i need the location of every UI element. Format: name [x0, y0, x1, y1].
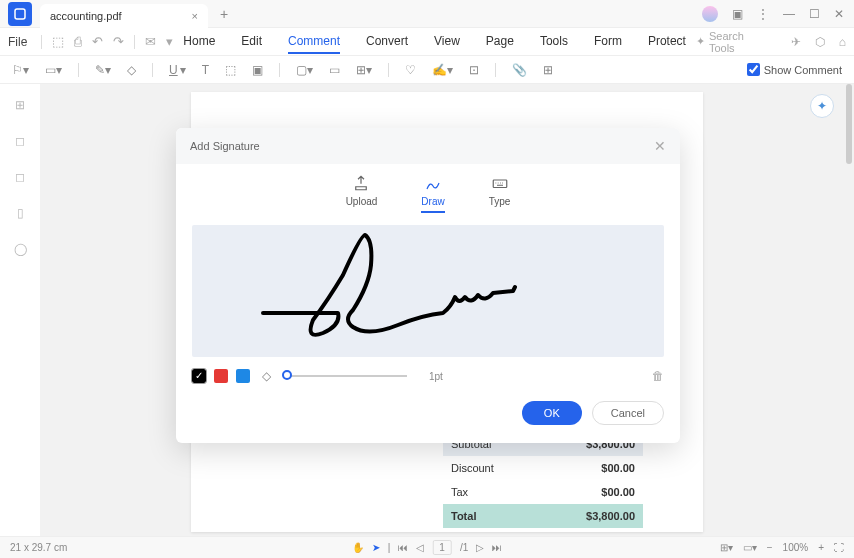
signature-canvas[interactable] — [192, 225, 664, 357]
close-tab-icon[interactable]: × — [192, 10, 198, 22]
statusbar: 21 x 29.7 cm ✋ ➤ | ⏮ ◁ 1 /1 ▷ ⏭ ⊞▾ ▭▾ − … — [0, 536, 854, 558]
stamp2-tool[interactable]: ⊡ — [469, 63, 479, 77]
menu-convert[interactable]: Convert — [366, 30, 408, 54]
show-comment-label: Show Comment — [764, 64, 842, 76]
show-comment-toggle[interactable]: Show Comment — [747, 63, 842, 76]
layout-icon[interactable]: ▭▾ — [743, 542, 757, 553]
print-icon[interactable]: ⎙ — [74, 34, 82, 49]
notification-icon[interactable]: ▣ — [732, 7, 743, 21]
menubar: File ⬚ ⎙ ↶ ↷ ✉ ▾ Home Edit Comment Conve… — [0, 28, 854, 56]
area-tool[interactable]: ▣ — [252, 63, 263, 77]
comment-toolbar: ⚐▾ ▭▾ ✎▾ ◇ U▾ T ⬚ ▣ ▢▾ ▭ ⊞▾ ♡ ✍▾ ⊡ 📎 ⊞ S… — [0, 56, 854, 84]
eraser-tool[interactable]: ◇ — [127, 63, 136, 77]
cloud-icon[interactable]: ⬡ — [815, 35, 825, 49]
total-value: $3,800.00 — [586, 510, 635, 522]
slider-thumb[interactable] — [282, 370, 292, 380]
discount-label: Discount — [451, 462, 494, 474]
table-row: Tax $00.00 — [443, 480, 643, 504]
signature-tool[interactable]: ✍▾ — [432, 63, 453, 77]
color-red[interactable] — [214, 369, 228, 383]
maximize-icon[interactable]: ☐ — [809, 7, 820, 21]
menu-edit[interactable]: Edit — [241, 30, 262, 54]
highlight-tool[interactable]: ▭▾ — [45, 63, 62, 77]
fullscreen-icon[interactable]: ⛶ — [834, 542, 844, 553]
zoom-in-icon[interactable]: + — [818, 542, 824, 553]
total-label: Total — [451, 510, 476, 522]
add-signature-modal: Add Signature ✕ Upload Draw Type ◇ 1pt 🗑 — [176, 128, 680, 443]
eraser-icon[interactable]: ◇ — [262, 369, 271, 383]
callout-tool[interactable]: ▭ — [329, 63, 340, 77]
invoice-table: Subtotal $3,800.00 Discount $00.00 Tax $… — [443, 432, 643, 528]
add-tab-icon[interactable]: + — [220, 6, 228, 22]
send-icon[interactable]: ✈ — [791, 35, 801, 49]
dropdown-icon[interactable]: ▾ — [166, 34, 173, 49]
fit-width-icon[interactable]: ⊞▾ — [720, 542, 733, 553]
zoom-out-icon[interactable]: − — [767, 542, 773, 553]
app-icon — [8, 2, 32, 26]
save-icon[interactable]: ⬚ — [52, 34, 64, 49]
tab-upload[interactable]: Upload — [346, 174, 378, 213]
undo-icon[interactable]: ↶ — [92, 34, 103, 49]
prev-page-icon[interactable]: ◁ — [416, 542, 424, 553]
search-icon[interactable]: ◯ — [14, 242, 27, 256]
underline-tool[interactable]: U▾ — [169, 63, 186, 77]
link-tool[interactable]: ⊞ — [543, 63, 553, 77]
modal-footer: OK Cancel — [176, 389, 680, 443]
modal-title: Add Signature — [190, 140, 260, 152]
redo-icon[interactable]: ↷ — [113, 34, 124, 49]
note-tool[interactable]: ⚐▾ — [12, 63, 29, 77]
vertical-scrollbar[interactable] — [846, 84, 852, 164]
modal-close-icon[interactable]: ✕ — [654, 138, 666, 154]
menu-comment[interactable]: Comment — [288, 30, 340, 54]
thumbnails-icon[interactable]: ⊞ — [15, 98, 25, 112]
last-page-icon[interactable]: ⏭ — [492, 542, 502, 553]
sparkle-icon: ✦ — [696, 35, 705, 48]
page-number-input[interactable]: 1 — [432, 540, 452, 555]
ok-button[interactable]: OK — [522, 401, 582, 425]
show-comment-checkbox[interactable] — [747, 63, 760, 76]
more-icon[interactable]: ⋮ — [757, 7, 769, 21]
close-window-icon[interactable]: ✕ — [834, 7, 844, 21]
attachment-panel-icon[interactable]: ▯ — [17, 206, 24, 220]
hand-tool-icon[interactable]: ✋ — [352, 542, 364, 553]
document-tab[interactable]: accounting.pdf × — [40, 4, 208, 28]
trash-icon[interactable]: 🗑 — [652, 369, 664, 383]
menu-view[interactable]: View — [434, 30, 460, 54]
tab-type[interactable]: Type — [489, 174, 511, 213]
file-menu[interactable]: File — [8, 35, 27, 49]
upload-icon — [352, 174, 370, 192]
next-page-icon[interactable]: ▷ — [476, 542, 484, 553]
color-black[interactable] — [192, 369, 206, 383]
select-tool-icon[interactable]: ➤ — [372, 542, 380, 553]
pencil-tool[interactable]: ✎▾ — [95, 63, 111, 77]
tab-upload-label: Upload — [346, 196, 378, 207]
bookmark-icon[interactable]: ◻ — [15, 134, 25, 148]
tab-draw[interactable]: Draw — [421, 174, 444, 213]
mail-icon[interactable]: ✉ — [145, 34, 156, 49]
menu-page[interactable]: Page — [486, 30, 514, 54]
draw-icon — [424, 174, 442, 192]
attachment-tool[interactable]: 📎 — [512, 63, 527, 77]
search-tools[interactable]: ✦ Search Tools — [696, 30, 771, 54]
stroke-slider[interactable] — [287, 375, 407, 377]
stamp-tool[interactable]: ♡ — [405, 63, 416, 77]
avatar[interactable] — [702, 6, 718, 22]
menu-form[interactable]: Form — [594, 30, 622, 54]
color-blue[interactable] — [236, 369, 250, 383]
menu-home[interactable]: Home — [183, 30, 215, 54]
shape-tool[interactable]: ▢▾ — [296, 63, 313, 77]
menu-protect[interactable]: Protect — [648, 30, 686, 54]
textbox-tool[interactable]: ⬚ — [225, 63, 236, 77]
menu-tools[interactable]: Tools — [540, 30, 568, 54]
discount-value: $00.00 — [601, 462, 635, 474]
comment-panel-icon[interactable]: ◻ — [15, 170, 25, 184]
text-tool[interactable]: T — [202, 63, 209, 77]
home-icon[interactable]: ⌂ — [839, 35, 846, 49]
minimize-icon[interactable]: — — [783, 7, 795, 21]
zoom-value[interactable]: 100% — [783, 542, 809, 553]
main-menu: Home Edit Comment Convert View Page Tool… — [183, 30, 686, 54]
cancel-button[interactable]: Cancel — [592, 401, 664, 425]
ai-assist-icon[interactable]: ✦ — [810, 94, 834, 118]
first-page-icon[interactable]: ⏮ — [398, 542, 408, 553]
measure-tool[interactable]: ⊞▾ — [356, 63, 372, 77]
